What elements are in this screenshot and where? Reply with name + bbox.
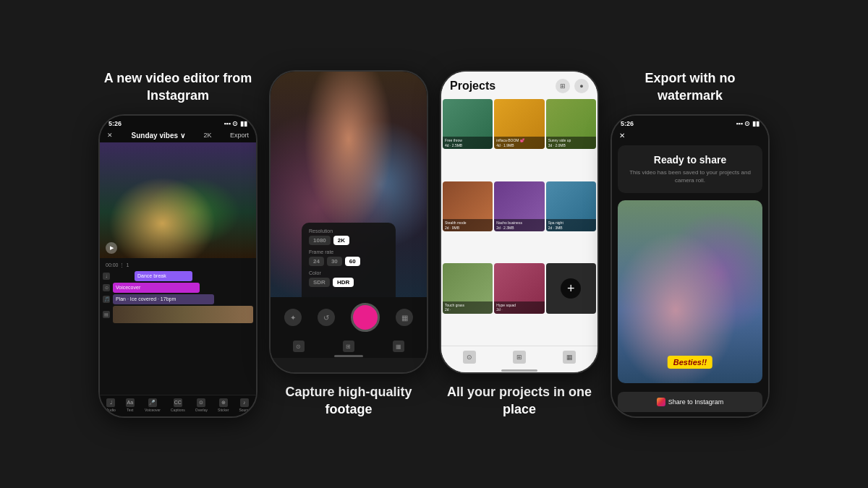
color-sdr[interactable]: SDR: [309, 278, 330, 287]
project-sub-8: 2d ·: [496, 307, 542, 312]
grid-view-icon[interactable]: ⊞: [556, 79, 570, 93]
record-button[interactable]: [351, 303, 380, 332]
profile-icon[interactable]: ●: [574, 79, 589, 93]
projects-header: Projects ⊞ ●: [441, 72, 597, 98]
instagram-icon: [657, 398, 665, 406]
framerate-setting: Frame rate 24 30 60: [309, 249, 388, 266]
track-bar-voice[interactable]: Voicecover: [113, 283, 200, 293]
phone-card-4: Export with no watermark 5:26 ▪▪▪ ⊙ ▮▮ ✕…: [610, 70, 770, 418]
caption-4: Export with no watermark: [610, 70, 770, 104]
time-1: 5:26: [109, 120, 122, 127]
project-thumb-3[interactable]: Sunny side up 3d · 2.0MB: [546, 99, 596, 149]
project-thumb-8[interactable]: Hype squad 2d ·: [494, 263, 544, 313]
project-sub-5: 2d · 2.3MB: [496, 226, 542, 231]
sticker-icon: ⊕: [219, 398, 228, 407]
fps-30[interactable]: 30: [327, 257, 342, 266]
cam-tab-grid[interactable]: ⊞: [343, 341, 354, 352]
audio-label: Audio: [106, 408, 116, 412]
framerate-options: 24 30 60: [309, 257, 388, 266]
toolbar-text[interactable]: Aa Text: [126, 398, 135, 412]
cam-tab-bars[interactable]: ▦: [393, 341, 404, 352]
track-icon-2: ⊙: [103, 284, 110, 291]
project-thumb-add[interactable]: +: [546, 263, 596, 313]
phone-frame-3: Projects ⊞ ● Free throw 4d · 2.5MB: [440, 70, 599, 374]
phone-frame-1: 5:26 ▪▪▪ ⊙ ▮▮ ✕ Sunday vibes ∨ 2K Export…: [98, 114, 258, 418]
project-label-8: Hype squad 2d ·: [494, 301, 544, 314]
project-sub-2: 4d · 1.9MB: [496, 143, 542, 148]
proj-tab-circle[interactable]: ⊙: [463, 351, 476, 364]
proj-tab-grid[interactable]: ⊞: [513, 351, 526, 364]
project-title[interactable]: Sunday vibes ∨: [132, 132, 185, 140]
phone-card-1: A new video editor from Instagram 5:26 ▪…: [98, 70, 258, 418]
ready-subtitle: This video has been saved to your projec…: [625, 168, 755, 184]
color-options: SDR HDR: [309, 278, 388, 287]
resolution-label: Resolution: [309, 228, 388, 234]
bottom-toolbar-editor: ♩ Audio Aa Text 🎤 Voiceover CC Captions: [100, 395, 256, 416]
add-project-button[interactable]: +: [561, 278, 581, 299]
play-button[interactable]: ▶: [106, 242, 117, 254]
track-2: ⊙ Voicecover: [103, 283, 253, 293]
fps-24[interactable]: 24: [309, 257, 324, 266]
track-bar-music[interactable]: Plan · Ice covered · 17bpm: [113, 294, 214, 304]
track-icon-3: 🎵: [103, 296, 110, 303]
toolbar-sound[interactable]: ♪ Sound: [239, 398, 249, 412]
framerate-label: Frame rate: [309, 249, 388, 254]
home-bar-3: [501, 369, 537, 372]
toolbar-overlay[interactable]: ⊙ Overlay: [195, 398, 208, 412]
track-icon-4: ▤: [103, 311, 110, 318]
project-label-3: Sunny side up 3d · 2.0MB: [546, 137, 596, 149]
track-bar-dance[interactable]: Dance break: [135, 271, 192, 281]
project-thumb-1[interactable]: Free throw 4d · 2.5MB: [443, 99, 493, 149]
sparkle-btn[interactable]: ✦: [284, 309, 302, 326]
project-label-7: Touch grass 2d ·: [443, 301, 493, 314]
camera-screen: Resolution 1080 2K Frame rate 24 30: [271, 72, 427, 372]
share-to-instagram-button[interactable]: Share to Instagram: [618, 392, 762, 412]
res-1080[interactable]: 1080: [309, 236, 331, 245]
ready-section: Ready to share This video has been saved…: [618, 145, 762, 193]
project-thumb-2[interactable]: inflaca·BOOM 💕 4d · 1.9MB: [494, 99, 544, 149]
projects-grid: Free throw 4d · 2.5MB inflaca·BOOM 💕 4d …: [441, 98, 597, 346]
close-icon-editor[interactable]: ✕: [107, 132, 113, 139]
flip-btn[interactable]: ↺: [318, 309, 335, 326]
gallery-btn[interactable]: ▦: [396, 309, 413, 326]
toolbar-audio[interactable]: ♩ Audio: [106, 398, 116, 412]
fps-60[interactable]: 60: [345, 257, 360, 266]
export-close-button[interactable]: ✕: [612, 129, 768, 142]
home-bar-2: [334, 355, 363, 357]
project-thumb-4[interactable]: Stealth mode 2d · 9MB: [443, 181, 493, 231]
project-label-4: Stealth mode 2d · 9MB: [443, 219, 493, 231]
phone-frame-2: Resolution 1080 2K Frame rate 24 30: [269, 70, 428, 374]
proj-tab-bars[interactable]: ▦: [563, 351, 576, 364]
video-dancers-bg: [100, 142, 256, 258]
toolbar-sticker[interactable]: ⊕ Sticker: [218, 398, 229, 412]
track-1: ♩ Dance break: [103, 271, 253, 281]
overlay-icon: ⊙: [197, 398, 205, 407]
color-hdr[interactable]: HDR: [333, 278, 354, 287]
video-preview: ▶: [100, 142, 256, 258]
caption-3: All your projects in one place: [440, 384, 599, 418]
phone-card-3: Projects ⊞ ● Free throw 4d · 2.5MB: [440, 70, 599, 418]
cam-tab-circle[interactable]: ⊙: [293, 341, 305, 352]
settings-panel: Resolution 1080 2K Frame rate 24 30: [302, 223, 396, 297]
sound-icon: ♪: [240, 398, 249, 407]
project-thumb-6[interactable]: Spa night 2d · 3MB: [546, 181, 596, 231]
share-label: Share to Instagram: [668, 398, 724, 406]
resolution-setting: Resolution 1080 2K: [309, 228, 388, 245]
project-thumb-7[interactable]: Touch grass 2d ·: [443, 263, 493, 313]
signal-icons-1: ▪▪▪ ⊙ ▮▮: [224, 120, 247, 127]
status-bar-1: 5:26 ▪▪▪ ⊙ ▮▮: [100, 116, 256, 129]
project-label-1: Free throw 4d · 2.5MB: [443, 137, 493, 149]
text-icon: Aa: [126, 398, 135, 407]
toolbar-voice[interactable]: 🎤 Voiceover: [145, 398, 161, 412]
resolution-badge: 2K: [203, 132, 211, 139]
export-button[interactable]: Export: [230, 132, 249, 139]
res-2k[interactable]: 2K: [333, 236, 349, 245]
project-sub-3: 3d · 2.0MB: [548, 143, 594, 148]
toolbar-captions[interactable]: CC Captions: [171, 398, 185, 412]
voice-label: Voiceover: [145, 408, 161, 412]
sticker-label: Sticker: [218, 408, 229, 412]
caption-2: Capture high-quality footage: [269, 384, 428, 418]
home-indicator-2: [271, 355, 427, 358]
project-thumb-5[interactable]: Nacho business 2d · 2.3MB: [494, 181, 544, 231]
track-thumbnail: [113, 306, 253, 323]
